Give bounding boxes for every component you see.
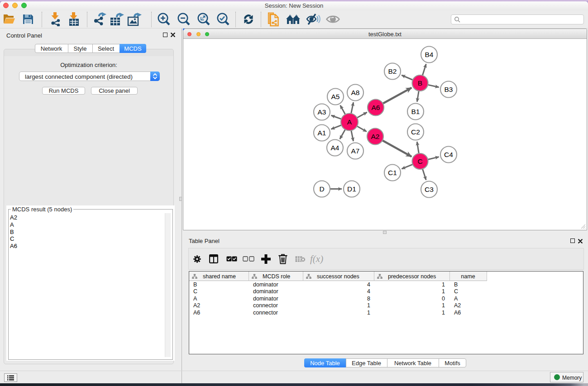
svg-text:B4: B4 [425,51,434,58]
svg-text:B1: B1 [411,108,420,115]
svg-text:C2: C2 [411,128,420,136]
svg-text:C3: C3 [425,186,434,193]
svg-text:A7: A7 [351,147,360,155]
svg-text:C: C [417,157,422,165]
svg-text:A: A [347,118,352,126]
svg-text:D1: D1 [347,185,356,193]
svg-text:B: B [418,79,422,87]
svg-text:A3: A3 [318,108,326,116]
svg-text:A5: A5 [331,93,340,100]
svg-text:D: D [319,185,324,193]
svg-text:C1: C1 [388,169,397,176]
svg-text:B2: B2 [388,67,397,75]
svg-text:A8: A8 [351,89,360,96]
svg-text:A1: A1 [318,129,326,137]
svg-text:C4: C4 [444,151,453,158]
svg-text:A2: A2 [371,133,380,140]
svg-text:A4: A4 [331,144,339,152]
svg-text:A6: A6 [372,104,380,111]
svg-text:B3: B3 [445,86,453,93]
